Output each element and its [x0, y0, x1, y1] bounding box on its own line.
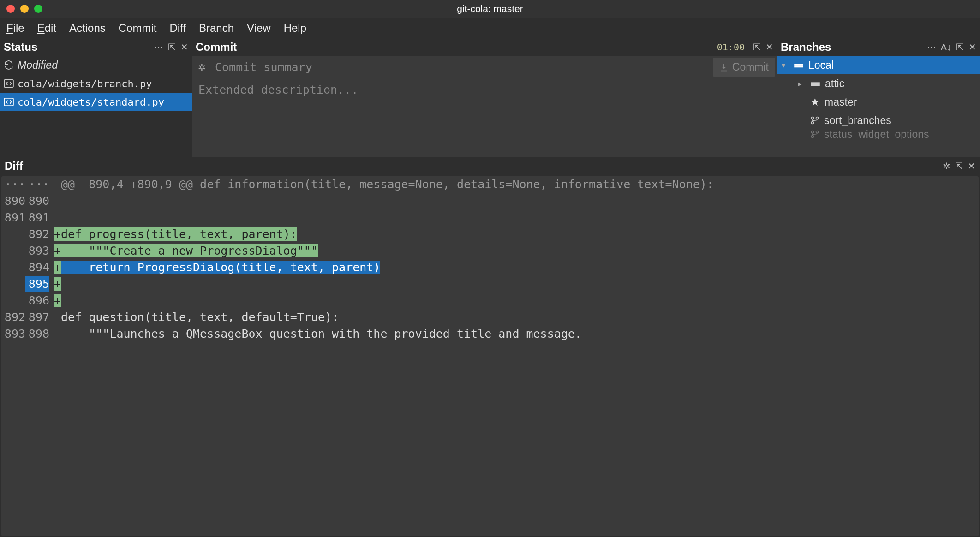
commit-button-label: Commit	[732, 61, 769, 73]
status-section-modified[interactable]: Modified	[0, 56, 192, 74]
chevron-right-icon[interactable]: ▸	[798, 79, 806, 88]
commit-panel: Commit 01:00 ⇱ ✕ ✲ Commit	[192, 38, 777, 157]
status-panel: Status ⋯ ⇱ ✕ Modified cola/widgets/branc…	[0, 38, 192, 157]
close-icon[interactable]: ✕	[765, 42, 773, 53]
gear-icon[interactable]: ✲	[943, 161, 950, 172]
status-file-item[interactable]: cola/widgets/standard.py	[0, 93, 192, 111]
window-title: git-cola: master	[457, 3, 523, 14]
refresh-icon	[4, 61, 14, 69]
status-header: Status ⋯ ⇱ ✕	[0, 38, 192, 56]
ellipsis-icon[interactable]: ⋯	[154, 42, 163, 53]
status-file-path: cola/widgets/branch.py	[18, 78, 152, 90]
menubar: File Edit Actions Commit Diff Branch Vie…	[0, 18, 980, 38]
branch-root-label: Local	[808, 59, 834, 72]
menu-branch[interactable]: Branch	[199, 22, 234, 35]
svg-point-9	[812, 131, 814, 133]
branch-item-label: master	[825, 96, 857, 108]
popout-icon[interactable]: ⇱	[955, 161, 963, 172]
sort-icon[interactable]: A↓	[941, 42, 951, 53]
close-icon[interactable]: ✕	[968, 42, 976, 53]
diff-title: Diff	[5, 160, 23, 173]
menu-actions[interactable]: Actions	[69, 22, 106, 35]
code-file-icon	[4, 79, 14, 88]
popout-icon[interactable]: ⇱	[753, 42, 761, 53]
folder-icon	[810, 80, 820, 87]
gear-icon: ✲	[198, 62, 206, 73]
svg-point-7	[816, 117, 819, 119]
commit-description-input[interactable]	[194, 79, 775, 155]
diff-header: Diff ✲ ⇱ ✕	[0, 157, 980, 175]
popout-icon[interactable]: ⇱	[956, 42, 964, 53]
close-icon[interactable]: ✕	[968, 161, 975, 172]
branch-icon	[810, 130, 819, 139]
commit-options-button[interactable]: ✲	[194, 58, 209, 77]
status-file-path: cola/widgets/standard.py	[18, 96, 164, 108]
svg-rect-4	[811, 82, 820, 84]
branch-tree-item[interactable]: sort_branches	[777, 111, 980, 130]
status-file-item[interactable]: cola/widgets/branch.py	[0, 74, 192, 93]
svg-rect-0	[4, 80, 13, 87]
menu-edit[interactable]: Edit	[37, 22, 56, 35]
branches-title: Branches	[781, 41, 831, 54]
menu-view[interactable]: View	[247, 22, 271, 35]
branch-tree-item[interactable]: status_widget_options	[777, 130, 980, 139]
close-window-button[interactable]	[6, 5, 15, 13]
popout-icon[interactable]: ⇱	[168, 42, 176, 53]
download-icon	[719, 63, 729, 72]
diff-viewer[interactable]: ······ @@ -890,4 +890,9 @@ def informati…	[1, 176, 979, 536]
menu-help[interactable]: Help	[284, 22, 306, 35]
svg-rect-3	[794, 66, 803, 68]
branches-tree[interactable]: ▾ Local ▸ attic ★ master	[777, 56, 980, 157]
svg-rect-1	[4, 98, 13, 106]
status-section-label: Modified	[18, 59, 58, 72]
chevron-down-icon[interactable]: ▾	[782, 61, 789, 70]
status-title: Status	[4, 41, 37, 54]
folder-icon	[794, 61, 804, 69]
branch-item-label: attic	[825, 78, 844, 90]
menu-diff[interactable]: Diff	[169, 22, 186, 35]
ellipsis-icon[interactable]: ⋯	[927, 42, 936, 53]
branch-tree-item[interactable]: ▸ attic	[777, 74, 980, 93]
commit-counter: 01:00	[717, 42, 745, 53]
svg-rect-5	[811, 84, 820, 86]
diff-panel: Diff ✲ ⇱ ✕ ······ @@ -890,4 +890,9 @@ de…	[0, 157, 980, 536]
window-titlebar: git-cola: master	[0, 0, 980, 18]
menu-commit[interactable]: Commit	[119, 22, 157, 35]
branch-tree-item[interactable]: ★ master	[777, 93, 980, 111]
branch-icon	[810, 116, 819, 125]
branches-panel: Branches ⋯ A↓ ⇱ ✕ ▾ Local ▸	[777, 38, 980, 157]
branch-item-label: status_widget_options	[824, 130, 929, 139]
branch-item-label: sort_branches	[824, 114, 891, 127]
svg-point-11	[812, 136, 814, 138]
close-icon[interactable]: ✕	[180, 42, 188, 53]
svg-point-8	[812, 122, 814, 124]
code-file-icon	[4, 98, 14, 106]
traffic-lights	[6, 5, 42, 13]
star-icon: ★	[810, 96, 820, 108]
commit-summary-input[interactable]	[212, 58, 710, 77]
zoom-window-button[interactable]	[34, 5, 42, 13]
svg-point-10	[816, 131, 819, 133]
commit-header: Commit 01:00 ⇱ ✕	[192, 38, 777, 56]
branches-header: Branches ⋯ A↓ ⇱ ✕	[777, 38, 980, 56]
menu-file[interactable]: File	[6, 22, 24, 35]
branch-tree-root[interactable]: ▾ Local	[777, 56, 980, 74]
status-file-list[interactable]: Modified cola/widgets/branch.py cola/wid…	[0, 56, 192, 157]
commit-title: Commit	[196, 41, 237, 54]
minimize-window-button[interactable]	[20, 5, 29, 13]
svg-rect-2	[794, 64, 803, 66]
commit-button[interactable]: Commit	[713, 58, 775, 77]
svg-point-6	[812, 117, 814, 119]
